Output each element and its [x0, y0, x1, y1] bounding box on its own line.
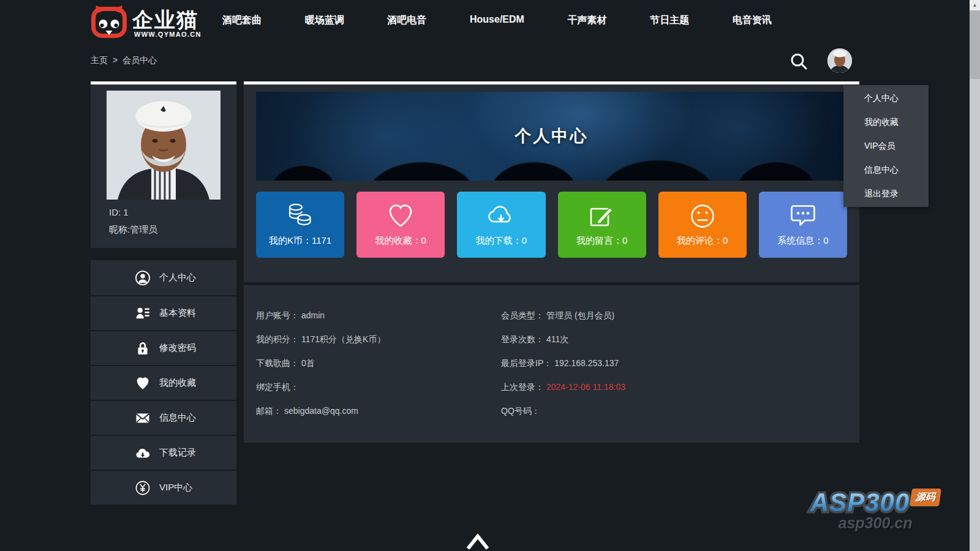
envelope-icon — [135, 410, 151, 426]
info-value: 192.168.253.137 — [554, 358, 619, 368]
sidebar-item[interactable]: VIP中心 — [91, 470, 236, 504]
info-label: 用户账号： — [256, 310, 299, 320]
info-label: 上次登录： — [501, 382, 544, 392]
sidebar-item[interactable]: 个人中心 — [91, 260, 236, 295]
sidebar-item-label: 下载记录 — [159, 447, 196, 459]
profile-panel: ID: 1 昵称:管理员 — [91, 81, 236, 248]
stat-card[interactable]: 我的评论：0 — [658, 192, 747, 258]
info-label: 登录次数： — [501, 334, 544, 344]
sidebar-item[interactable]: 下载记录 — [91, 435, 236, 470]
user-avatar[interactable] — [827, 48, 852, 73]
stat-card[interactable]: 我的留言：0 — [558, 192, 646, 258]
yen-circle-icon — [135, 480, 151, 496]
nav-item[interactable]: 节日主题 — [650, 14, 689, 27]
sidebar-item-label: 信息中心 — [159, 412, 196, 424]
brand-site: WWW.QYMAO.CN — [134, 31, 202, 38]
info-row: 绑定手机： — [256, 375, 501, 399]
sidebar-item[interactable]: 修改密码 — [91, 330, 236, 365]
info-label: 绑定手机： — [256, 382, 299, 392]
info-label: QQ号码： — [501, 406, 540, 416]
info-row: 我的积分：1171积分（兑换K币） — [256, 328, 501, 351]
info-value: 411次 — [546, 334, 568, 344]
watermark: ASP300 ASP300 源码 asp300.cn — [805, 489, 946, 532]
banner: 个人中心 — [256, 92, 847, 181]
scrollbar[interactable]: ▲ — [970, 0, 980, 551]
sidebar-item-label: 个人中心 — [159, 272, 196, 283]
nav-item[interactable]: 电音资讯 — [733, 14, 772, 27]
account-info-left: 用户账号：admin我的积分：1171积分（兑换K币）下载歌曲：0首绑定手机：邮… — [256, 304, 501, 423]
info-value: 0首 — [301, 358, 315, 368]
dropdown-item[interactable]: 信息中心 — [843, 158, 929, 182]
stat-cards: 我的K币：1171我的收藏：0我的下载：0我的留言：0我的评论：0系统信息：0 — [256, 192, 847, 258]
meh-face-icon — [688, 203, 717, 230]
watermark-site: asp300.cn — [805, 514, 946, 532]
coins-icon — [285, 203, 315, 230]
dropdown-item[interactable]: VIP会员 — [843, 134, 929, 158]
sidebar-item[interactable]: 基本资料 — [91, 295, 236, 330]
member-id: ID: 1 — [109, 207, 129, 217]
breadcrumb: 主页 > 会员中心 — [91, 55, 159, 66]
stat-card-label: 系统信息：0 — [777, 235, 828, 247]
breadcrumb-home[interactable]: 主页 — [91, 55, 108, 65]
stat-card[interactable]: 我的收藏：0 — [356, 192, 445, 258]
member-nickname: 昵称:管理员 — [109, 224, 157, 236]
stat-card[interactable]: 我的下载：0 — [457, 192, 545, 258]
member-overview-panel: 个人中心 我的K币：1171我的收藏：0我的下载：0我的留言：0我的评论：0系统… — [244, 81, 859, 282]
banner-title: 个人中心 — [256, 92, 847, 181]
cloud-arrow-down-icon — [486, 203, 516, 230]
info-row: 会员类型：管理员 (包月会员) — [501, 304, 844, 328]
info-label: 我的积分： — [256, 334, 299, 344]
info-value: sebigdata@qq.com — [284, 406, 358, 416]
info-row: 下载歌曲：0首 — [256, 351, 501, 375]
heart-icon — [135, 375, 151, 391]
cat-logo-icon[interactable] — [91, 5, 127, 39]
sidebar-item-label: 修改密码 — [159, 342, 196, 354]
stat-card-label: 我的收藏：0 — [375, 235, 426, 247]
scroll-up-button[interactable]: ▲ — [970, 0, 980, 10]
info-row: 邮箱：sebigdata@qq.com — [256, 399, 501, 423]
user-dropdown-menu: 个人中心我的收藏VIP会员信息中心退出登录 — [843, 85, 929, 207]
lock-icon — [135, 340, 151, 356]
breadcrumb-current: 会员中心 — [123, 55, 157, 65]
info-row: QQ号码： — [501, 399, 844, 423]
watermark-text: ASP300 — [810, 488, 910, 517]
info-value: admin — [301, 310, 325, 320]
main-nav: 酒吧套曲暖场蓝调酒吧电音House/EDM干声素材节日主题电音资讯 — [222, 14, 772, 27]
nav-item[interactable]: 酒吧套曲 — [222, 14, 262, 27]
stat-card-label: 我的评论：0 — [677, 235, 728, 247]
edit-icon — [587, 203, 617, 230]
dropdown-item[interactable]: 个人中心 — [843, 86, 929, 110]
info-row: 登录次数：411次 — [501, 328, 844, 351]
search-icon[interactable] — [789, 51, 809, 71]
info-value: 2024-12-06 11:18:03 — [546, 382, 625, 392]
heart-outline-icon — [386, 203, 415, 230]
account-info-right: 会员类型：管理员 (包月会员)登录次数：411次最后登录IP：192.168.2… — [501, 304, 844, 423]
info-label: 下载歌曲： — [256, 358, 299, 368]
info-label: 邮箱： — [256, 406, 282, 416]
stat-card[interactable]: 我的K币：1171 — [256, 192, 344, 258]
chevron-up-icon[interactable] — [464, 529, 491, 551]
stat-card[interactable]: 系统信息：0 — [759, 192, 847, 258]
nav-item[interactable]: House/EDM — [470, 14, 524, 27]
nav-item[interactable]: 暖场蓝调 — [305, 14, 344, 27]
stat-card-label: 我的K币：1171 — [269, 235, 331, 247]
member-portrait-photo — [107, 91, 221, 200]
info-label: 会员类型： — [501, 310, 544, 320]
stat-card-label: 我的留言：0 — [576, 235, 627, 247]
dropdown-item[interactable]: 我的收藏 — [843, 110, 929, 134]
id-card-icon — [135, 305, 151, 321]
info-value: 1171积分（兑换K币） — [301, 334, 385, 344]
sidebar-item[interactable]: 我的收藏 — [91, 365, 236, 400]
user-icon — [135, 270, 151, 286]
dropdown-item[interactable]: 退出登录 — [843, 182, 929, 206]
nav-item[interactable]: 酒吧电音 — [387, 14, 426, 27]
nav-item[interactable]: 干声素材 — [568, 14, 607, 27]
sidebar-item[interactable]: 信息中心 — [91, 400, 236, 435]
info-row: 用户账号：admin — [256, 304, 501, 328]
breadcrumb-separator: > — [113, 55, 118, 65]
info-row: 最后登录IP：192.168.253.137 — [501, 351, 844, 375]
scrollbar-thumb[interactable] — [970, 10, 980, 79]
info-value: 管理员 (包月会员) — [546, 310, 614, 320]
sidebar-menu: 个人中心基本资料修改密码我的收藏信息中心下载记录VIP中心 — [91, 260, 236, 504]
cloud-download-icon — [135, 445, 151, 461]
